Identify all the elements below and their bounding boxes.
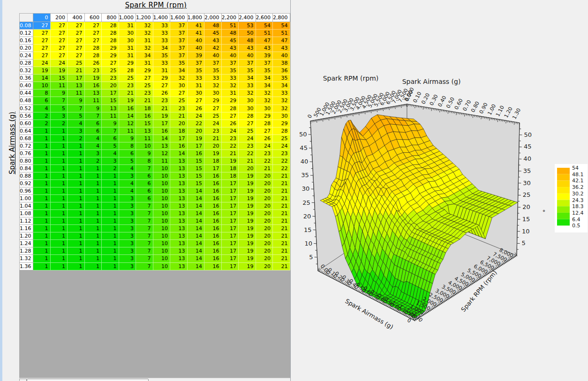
table-cell[interactable]: 26 [256,135,273,142]
table-cell[interactable]: 20 [256,172,273,180]
table-cell[interactable]: 10 [153,225,171,232]
table-cell[interactable]: 27 [170,90,188,97]
table-cell[interactable]: 1 [68,165,85,172]
table-cell[interactable]: 12 [153,150,171,157]
table-cell[interactable]: 45 [204,30,222,37]
table-cell[interactable]: 40 [222,52,239,60]
table-cell[interactable]: 27 [239,120,256,127]
table-cell[interactable]: 35 [256,67,273,75]
table-cell[interactable]: 2 [102,165,119,172]
column-header[interactable]: 600 [85,13,102,22]
table-cell[interactable]: 3 [119,247,136,255]
table-cell[interactable]: 28 [102,22,119,30]
table-cell[interactable]: 19 [239,180,256,187]
row-header[interactable]: 1.00 [19,195,33,202]
table-cell[interactable]: 1 [85,247,102,255]
row-header[interactable]: 0.40 [19,82,33,90]
table-cell[interactable]: 35 [188,67,205,75]
table-cell[interactable]: 6 [136,187,153,195]
column-header[interactable]: 2,400 [239,13,256,22]
table-cell[interactable]: 17 [222,263,239,270]
row-header[interactable]: 1.12 [19,217,33,225]
table-cell[interactable]: 14 [188,247,205,255]
table-cell[interactable]: 1 [51,217,68,225]
table-cell[interactable]: 21 [273,240,290,247]
table-cell[interactable]: 1 [51,150,68,157]
table-cell[interactable]: 19 [239,263,256,270]
table-cell[interactable]: 13 [85,90,102,97]
table-cell[interactable]: 3 [119,202,136,210]
table-cell[interactable]: 1 [85,217,102,225]
table-cell[interactable]: 41 [188,22,205,30]
table-cell[interactable]: 33 [153,22,171,30]
table-cell[interactable]: 23 [102,75,119,82]
table-cell[interactable]: 7 [136,255,153,262]
table-cell[interactable]: 4 [85,142,102,150]
table-cell[interactable]: 24 [239,135,256,142]
table-cell[interactable]: 7 [136,217,153,225]
table-cell[interactable]: 17 [222,240,239,247]
table-cell[interactable]: 1 [51,180,68,187]
table-cell[interactable]: 5 [102,142,119,150]
table-cell[interactable]: 25 [239,127,256,135]
table-cell[interactable]: 35 [170,60,188,67]
row-header[interactable]: 1.04 [19,202,33,210]
table-cell[interactable]: 31 [119,22,136,30]
table-cell[interactable]: 23 [119,82,136,90]
table-cell[interactable]: 11 [85,97,102,105]
table-cell[interactable]: 1 [33,172,51,180]
column-header[interactable]: 0 [33,13,51,22]
table-cell[interactable]: 37 [170,30,188,37]
table-cell[interactable]: 10 [153,263,171,270]
table-cell[interactable]: 1 [33,240,51,247]
table-cell[interactable]: 27 [51,52,68,60]
table-cell[interactable]: 19 [239,195,256,202]
table-cell[interactable]: 1 [68,157,85,165]
table-cell[interactable]: 27 [33,37,51,45]
table-cell[interactable]: 1 [33,232,51,240]
table-cell[interactable]: 25 [68,60,85,67]
table-cell[interactable]: 23 [222,135,239,142]
table-cell[interactable]: 10 [153,202,171,210]
table-cell[interactable]: 16 [204,255,222,262]
column-header[interactable]: 800 [102,13,119,22]
table-cell[interactable]: 1 [33,255,51,262]
table-cell[interactable]: 7 [85,112,102,120]
corner-cell[interactable] [19,13,33,22]
table-cell[interactable]: 10 [153,195,171,202]
table-cell[interactable]: 32 [256,90,273,97]
row-header[interactable]: 0.52 [19,105,33,112]
table-cell[interactable]: 22 [222,142,239,150]
table-cell[interactable]: 4 [68,120,85,127]
table-cell[interactable]: 21 [136,97,153,105]
table-cell[interactable]: 23 [170,105,188,112]
table-cell[interactable]: 40 [188,45,205,52]
table-cell[interactable]: 21 [256,165,273,172]
table-cell[interactable]: 20 [239,165,256,172]
table-cell[interactable]: 16 [204,225,222,232]
table-cell[interactable]: 16 [204,187,222,195]
table-cell[interactable]: 33 [222,75,239,82]
table-cell[interactable]: 14 [188,217,205,225]
table-cell[interactable]: 1 [68,195,85,202]
table-cell[interactable]: 1 [68,217,85,225]
table-cell[interactable]: 24 [33,60,51,67]
table-cell[interactable]: 13 [170,247,188,255]
table-cell[interactable]: 10 [153,240,171,247]
table-cell[interactable]: 1 [51,255,68,262]
table-cell[interactable]: 17 [222,255,239,262]
table-cell[interactable]: 13 [170,232,188,240]
table-cell[interactable]: 41 [188,30,205,37]
table-cell[interactable]: 1 [85,180,102,187]
table-cell[interactable]: 19 [85,75,102,82]
table-cell[interactable]: 1 [85,263,102,270]
table-cell[interactable]: 14 [119,112,136,120]
table-cell[interactable]: 1 [33,247,51,255]
table-cell[interactable]: 17 [222,195,239,202]
table-cell[interactable]: 28 [222,105,239,112]
row-header[interactable]: 0.84 [19,165,33,172]
table-cell[interactable]: 31 [136,37,153,45]
table-cell[interactable]: 50 [239,30,256,37]
table-cell[interactable]: 17 [222,210,239,217]
table-cell[interactable]: 2 [33,112,51,120]
